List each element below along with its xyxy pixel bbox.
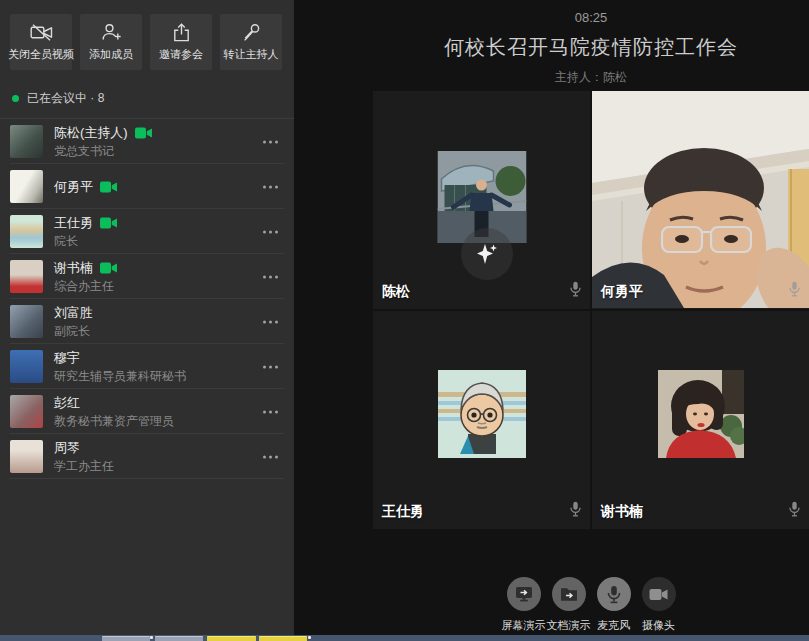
camera-on-icon xyxy=(100,217,117,229)
camera-off-icon xyxy=(30,22,53,42)
participant-name: 陈松(主持人) xyxy=(54,125,128,141)
video-tile-wangshiyong[interactable]: 王仕勇 xyxy=(373,311,590,529)
avatar xyxy=(10,395,43,428)
action-label: 关闭全员视频 xyxy=(8,47,74,62)
mic-muted-icon xyxy=(789,281,800,301)
person-add-icon xyxy=(101,22,122,42)
tile-participant-name: 王仕勇 xyxy=(382,503,424,521)
camera-on-icon xyxy=(135,127,152,139)
avatar xyxy=(10,215,43,248)
participant-name: 何勇平 xyxy=(54,179,93,195)
avatar xyxy=(10,260,43,293)
more-options-button[interactable] xyxy=(261,181,280,192)
meeting-time: 08:25 xyxy=(373,10,809,25)
participant-list: 陈松(主持人) 党总支书记 何勇平 王仕勇 xyxy=(0,118,294,479)
online-status-dot xyxy=(12,95,19,102)
more-options-button[interactable] xyxy=(261,226,280,237)
avatar xyxy=(10,305,43,338)
mic-muted-icon xyxy=(570,281,581,301)
taskbar-badge xyxy=(308,636,311,639)
tool-label: 文档演示 xyxy=(547,618,591,633)
participant-row[interactable]: 刘富胜 副院长 xyxy=(0,299,294,344)
participant-row[interactable]: 穆宇 研究生辅导员兼科研秘书 xyxy=(0,344,294,389)
avatar xyxy=(10,125,43,158)
avatar xyxy=(10,440,43,473)
participant-name: 谢书楠 xyxy=(54,260,93,276)
camera-on-icon xyxy=(100,181,117,193)
sidebar-actions: 关闭全员视频 添加成员 xyxy=(0,0,294,70)
meeting-host: 主持人：陈松 xyxy=(373,69,809,86)
participant-role: 综合办主任 xyxy=(54,279,117,293)
more-options-button[interactable] xyxy=(261,136,280,147)
participant-role: 副院长 xyxy=(54,324,93,338)
participant-role: 研究生辅导员兼科研秘书 xyxy=(54,369,186,383)
transfer-host-button[interactable]: 转让主持人 xyxy=(220,14,282,70)
video-thumbnail xyxy=(438,370,526,458)
more-options-button[interactable] xyxy=(261,406,280,417)
action-label: 添加成员 xyxy=(89,47,133,62)
stage-header: 08:25 何校长召开马院疫情防控工作会 主持人：陈松 xyxy=(373,0,809,86)
microphone-button[interactable]: 麦克风 xyxy=(591,577,636,633)
mic-muted-icon xyxy=(570,501,581,521)
participant-row[interactable]: 彭红 教务秘书兼资产管理员 xyxy=(0,389,294,434)
participant-row[interactable]: 王仕勇 院长 xyxy=(0,209,294,254)
doc-share-button[interactable]: 文档演示 xyxy=(546,577,591,633)
meeting-title: 何校长召开马院疫情防控工作会 xyxy=(373,34,809,61)
video-tile-heyongping[interactable]: 何勇平 xyxy=(592,91,809,309)
avatar xyxy=(10,170,43,203)
more-options-button[interactable] xyxy=(261,361,280,372)
video-grid: 陈松 xyxy=(373,91,809,529)
participant-row[interactable]: 谢书楠 综合办主任 xyxy=(0,254,294,299)
screen-share-icon xyxy=(507,577,541,611)
participant-row[interactable]: 周琴 学工办主任 xyxy=(0,434,294,479)
meeting-status: 已在会议中 · 8 xyxy=(12,90,282,107)
add-member-button[interactable]: 添加成员 xyxy=(80,14,142,70)
action-label: 转让主持人 xyxy=(224,47,279,62)
mic-muted-icon xyxy=(789,501,800,521)
microphone-icon xyxy=(597,577,631,611)
status-text: 已在会议中 · 8 xyxy=(27,90,104,107)
more-options-button[interactable] xyxy=(261,316,280,327)
meeting-app-window: 关闭全员视频 添加成员 xyxy=(0,0,809,641)
video-feed xyxy=(592,91,809,309)
taskbar-button[interactable] xyxy=(259,636,307,641)
tool-label: 屏幕演示 xyxy=(502,618,546,633)
doc-share-icon xyxy=(552,577,586,611)
share-icon xyxy=(173,22,190,42)
participant-name: 王仕勇 xyxy=(54,215,93,231)
participant-name: 刘富胜 xyxy=(54,305,93,321)
participant-row[interactable]: 何勇平 xyxy=(0,164,294,209)
beauty-effects-button[interactable] xyxy=(461,228,513,280)
participant-role: 党总支书记 xyxy=(54,144,152,158)
mic-transfer-icon xyxy=(242,22,260,42)
screen-share-button[interactable]: 屏幕演示 xyxy=(501,577,546,633)
avatar xyxy=(10,350,43,383)
taskbar-button[interactable] xyxy=(207,636,256,641)
taskbar-button[interactable] xyxy=(155,636,203,641)
close-all-video-button[interactable]: 关闭全员视频 xyxy=(10,14,72,70)
participant-role: 院长 xyxy=(54,234,117,248)
tile-participant-name: 何勇平 xyxy=(601,283,643,301)
camera-button[interactable]: 摄像头 xyxy=(636,577,681,633)
meeting-stage: 08:25 何校长召开马院疫情防控工作会 主持人：陈松 xyxy=(294,0,809,635)
tool-label: 摄像头 xyxy=(642,618,675,633)
tile-participant-name: 陈松 xyxy=(382,283,410,301)
video-tile-xieshunan[interactable]: 谢书楠 xyxy=(592,311,809,529)
video-thumbnail xyxy=(658,370,744,458)
sidebar: 关闭全员视频 添加成员 xyxy=(0,0,294,635)
sparkle-icon xyxy=(473,240,501,268)
meeting-toolbar: 屏幕演示 文档演示 xyxy=(373,577,809,633)
more-options-button[interactable] xyxy=(261,451,280,462)
action-label: 邀请参会 xyxy=(159,47,203,62)
participant-name: 周琴 xyxy=(54,440,80,456)
invite-attendees-button[interactable]: 邀请参会 xyxy=(150,14,212,70)
video-tile-chensong[interactable]: 陈松 xyxy=(373,91,590,309)
taskbar-badge xyxy=(150,636,153,639)
more-options-button[interactable] xyxy=(261,271,280,282)
taskbar-button[interactable] xyxy=(102,636,150,641)
participant-name: 彭红 xyxy=(54,395,80,411)
participant-row[interactable]: 陈松(主持人) 党总支书记 xyxy=(0,119,294,164)
participant-role: 学工办主任 xyxy=(54,459,114,473)
participant-role: 教务秘书兼资产管理员 xyxy=(54,414,174,428)
participant-name: 穆宇 xyxy=(54,350,80,366)
